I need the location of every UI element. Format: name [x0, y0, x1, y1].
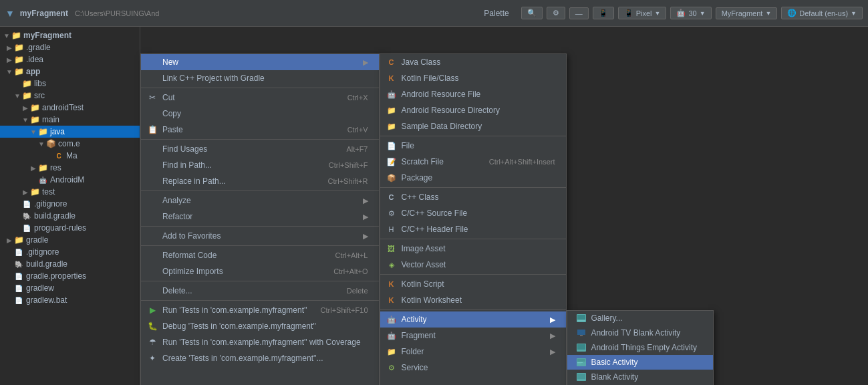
menu-label-refactor: Refactor — [162, 212, 192, 221]
file-icon: 📄 — [21, 223, 32, 233]
menu-item-new[interactable]: New ▶ — [141, 54, 379, 70]
new-submenu-sample-data[interactable]: 📁 Sample Data Directory — [380, 118, 566, 134]
minimize-button[interactable]: — — [569, 7, 589, 19]
tree-label-myfragment: myFragment — [23, 31, 71, 40]
label-cpp-class: C++ Class — [402, 192, 439, 202]
tree-label-src: src — [34, 91, 45, 100]
context-menu: New ▶ Link C++ Project with Gradle ✂ Cut… — [140, 53, 380, 385]
reformat-icon — [146, 249, 158, 261]
device-selector[interactable]: 📱 Pixel ▼ — [618, 7, 667, 19]
label-kotlin-worksheet: Kotlin Worksheet — [402, 295, 462, 305]
activity-android-tv[interactable]: Android TV Blank Activity — [567, 326, 713, 340]
replace-path-shortcut: Ctrl+Shift+R — [315, 177, 368, 185]
tree-item-buildgradle1[interactable]: 🐘 build.gradle — [0, 210, 140, 222]
new-submenu-java-class[interactable]: C Java Class — [380, 54, 566, 70]
file-icon: 📄 — [13, 283, 24, 293]
tree-item-res[interactable]: ▶ 📁 res — [0, 162, 140, 174]
tree-item-gradlewbat[interactable]: 📄 gradlew.bat — [0, 294, 140, 306]
fragment-selector[interactable]: MyFragment ▼ — [716, 7, 778, 19]
menu-item-run-tests[interactable]: ▶ Run 'Tests in 'com.example.myfragment'… — [141, 302, 379, 318]
menu-item-create-tests[interactable]: ✦ Create 'Tests in 'com.example.myfragme… — [141, 350, 379, 366]
new-submenu-kotlin-worksheet[interactable]: K Kotlin Worksheet — [380, 292, 566, 308]
new-submenu-activity[interactable]: 🤖 Activity ▶ — [380, 311, 566, 328]
search-button[interactable]: 🔍 — [521, 7, 543, 19]
new-submenu-cpp-source[interactable]: ⚙ C/C++ Source File — [380, 205, 566, 221]
tree-label-androidtest: androidTest — [42, 103, 84, 112]
menu-item-analyze[interactable]: Analyze ▶ — [141, 192, 379, 209]
menu-label-link-cpp: Link C++ Project with Gradle — [162, 74, 265, 83]
new-submenu-image-asset[interactable]: 🖼 Image Asset — [380, 241, 566, 257]
new-submenu-kotlin-script[interactable]: K Kotlin Script — [380, 276, 566, 292]
tree-item-androidm[interactable]: 🤖 AndroidM — [0, 174, 140, 186]
tree-item-main[interactable]: ▼ 📁 main — [0, 114, 140, 126]
tree-item-test[interactable]: ▶ 📁 test — [0, 186, 140, 198]
new-submenu-fragment[interactable]: 🤖 Fragment ▶ — [380, 328, 566, 344]
tree-label-test: test — [42, 187, 55, 197]
activity-gallery[interactable]: Gallery... — [567, 311, 713, 326]
new-submenu-cpp-class[interactable]: C C++ Class — [380, 189, 566, 205]
tree-label-main: main — [42, 115, 59, 124]
tree-item-androidtest[interactable]: ▶ 📁 androidTest — [0, 102, 140, 114]
new-submenu-file[interactable]: 📄 File — [380, 138, 566, 154]
tree-item-gradle[interactable]: ▶ 📁 .gradle — [0, 41, 140, 53]
menu-item-delete[interactable]: Delete... Delete — [141, 283, 379, 299]
menu-item-paste[interactable]: 📋 Paste Ctrl+V — [141, 122, 379, 138]
locale-selector[interactable]: 🌐 Default (en-us) ▼ — [781, 7, 863, 19]
new-submenu-cpp-header[interactable]: H C/C++ Header File — [380, 221, 566, 237]
tree-item-src[interactable]: ▼ 📁 src — [0, 90, 140, 102]
new-submenu-android-resource-dir[interactable]: 📁 Android Resource Directory — [380, 102, 566, 118]
tree-item-com[interactable]: ▼ 📦 com.e — [0, 138, 140, 150]
tree-item-gradlew[interactable]: 📄 gradlew — [0, 282, 140, 294]
tree-item-libs[interactable]: 📁 libs — [0, 78, 140, 90]
activity-android-things[interactable]: Android Things Empty Activity — [567, 340, 713, 355]
settings-button[interactable]: ⚙ — [547, 7, 565, 19]
menu-item-favorites[interactable]: Add to Favorites ▶ — [141, 228, 379, 244]
menu-item-reformat[interactable]: Reformat Code Ctrl+Alt+L — [141, 247, 379, 263]
menu-item-run-coverage[interactable]: ☂ Run 'Tests in 'com.example.myfragment'… — [141, 334, 379, 350]
new-submenu-scratch[interactable]: 📝 Scratch File Ctrl+Alt+Shift+Insert — [380, 154, 566, 170]
vector-asset-icon: ◈ — [386, 259, 398, 271]
label-basic-activity: Basic Activity — [591, 358, 638, 367]
tree-label-gitignore2: .gitignore — [26, 247, 59, 257]
activity-blank[interactable]: Blank Activity — [567, 370, 713, 384]
new-submenu-android-resource[interactable]: 🤖 Android Resource File — [380, 86, 566, 102]
layout-button[interactable]: 📱 — [593, 7, 614, 19]
menu-item-refactor[interactable]: Refactor ▶ — [141, 209, 379, 225]
new-submenu-vector-asset[interactable]: ◈ Vector Asset — [380, 257, 566, 273]
tree-item-buildgradle2[interactable]: 🐘 build.gradle — [0, 258, 140, 270]
activity-basic[interactable]: Basic Activity — [567, 355, 713, 370]
chevron-icon2: ▼ — [765, 10, 771, 17]
menu-item-link-cpp[interactable]: Link C++ Project with Gradle — [141, 70, 379, 86]
tree-item-gitignore2[interactable]: 📄 .gitignore — [0, 246, 140, 258]
tree-item-gitignore1[interactable]: 📄 .gitignore — [0, 198, 140, 210]
new-submenu-service[interactable]: ⚙ Service — [380, 360, 566, 376]
menu-label-delete: Delete... — [162, 286, 192, 295]
new-submenu-package[interactable]: 📦 Package — [380, 170, 566, 186]
tree-label-res: res — [50, 163, 61, 172]
menu-item-cut[interactable]: ✂ Cut Ctrl+X — [141, 90, 379, 106]
create-icon: ✦ — [146, 352, 158, 364]
expand-arrow — [5, 272, 13, 280]
new-submenu-kotlin[interactable]: K Kotlin File/Class — [380, 70, 566, 86]
menu-item-replace-path[interactable]: Replace in Path... Ctrl+Shift+R — [141, 173, 379, 189]
new-submenu-folder[interactable]: 📁 Folder ▶ — [380, 344, 566, 360]
tree-item-ma[interactable]: C Ma — [0, 150, 140, 162]
tree-item-gradle-root[interactable]: ▶ 📁 gradle — [0, 234, 140, 246]
tree-item-app[interactable]: ▼ 📁 app — [0, 66, 140, 78]
api-selector[interactable]: 🤖 30 ▼ — [670, 7, 711, 19]
image-asset-icon: 🖼 — [386, 243, 398, 255]
menu-item-copy[interactable]: Copy — [141, 106, 379, 122]
tree-item-proguard[interactable]: 📄 proguard-rules — [0, 222, 140, 234]
menu-item-debug-tests[interactable]: 🐛 Debug 'Tests in 'com.example.myfragmen… — [141, 318, 379, 334]
tree-item-myfragment[interactable]: ▼ 📁 myFragment — [0, 29, 140, 41]
menu-item-find-path[interactable]: Find in Path... Ctrl+Shift+F — [141, 157, 379, 173]
tree-item-gradle-props[interactable]: 📄 gradle.properties — [0, 270, 140, 282]
menu-item-find-usages[interactable]: Find Usages Alt+F7 — [141, 141, 379, 157]
menu-item-optimize[interactable]: Optimize Imports Ctrl+Alt+O — [141, 263, 379, 279]
tree-item-idea[interactable]: ▶ 📁 .idea — [0, 53, 140, 66]
svg-rect-11 — [577, 364, 581, 364]
tree-label-libs: libs — [34, 79, 46, 88]
find-path-shortcut: Ctrl+Shift+F — [315, 161, 368, 169]
tree-item-java[interactable]: ▼ 📁 java — [0, 126, 140, 138]
cpp-icon — [146, 72, 158, 84]
